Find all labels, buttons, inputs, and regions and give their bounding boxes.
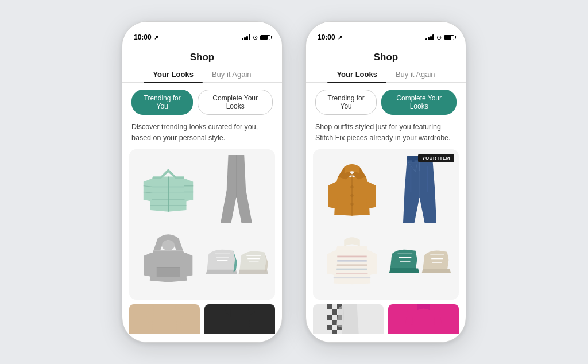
tabs-1: Your Looks Buy it Again [122,67,282,83]
battery-icon-1 [260,35,270,40]
peek-item-pink-sweater [388,304,459,334]
svg-point-19 [350,202,353,205]
status-icons-1: ⊙ [242,34,270,41]
filter-trending-1[interactable]: Trending for You [131,90,193,115]
outfit-item-camel-coat [319,155,385,224]
sneakers-beige-svg [388,238,451,281]
svg-rect-28 [334,273,370,274]
svg-rect-29 [334,277,370,278]
status-time-1: 10:00 ↗ [134,33,158,41]
outfit-item-jacket-mint [135,155,202,224]
status-bar-1: 10:00 ↗ ⊙ [122,22,282,47]
status-icons-2: ⊙ [425,34,454,41]
your-item-badge: YOUR ITEM [418,154,454,162]
tabs-2: Your Looks Buy it Again [306,67,466,83]
bottom-peek-2 [306,300,466,334]
svg-rect-42 [332,320,337,325]
filter-complete-2[interactable]: Complete Your Looks [381,90,457,115]
jeans-svg [403,155,436,224]
signal-icon-1 [242,34,250,40]
description-1: Discover trending looks curated for you,… [122,119,282,149]
outfit-grid-inner-1 [129,149,275,300]
svg-rect-26 [334,264,370,266]
phone-1-content: Shop Your Looks Buy it Again Trending fo… [122,47,282,342]
shop-title-1: Shop [122,52,282,63]
wifi-icon-2: ⊙ [436,34,442,41]
outfit-item-sneakers [203,225,269,294]
striped-sweater-svg [326,229,378,291]
outfit-grid-inner-2: YOUR ITEM [313,149,459,300]
peek-item-black [204,304,275,334]
phones-container: 10:00 ↗ ⊙ Shop [122,21,466,343]
bottom-peek-1 [122,300,282,334]
shop-title-2: Shop [306,52,466,63]
outfit-item-sneakers-beige [386,225,453,294]
svg-rect-43 [327,325,332,330]
tab-buy-again-2[interactable]: Buy it Again [386,67,444,82]
phone-2-content: Shop Your Looks Buy it Again Trending fo… [306,47,466,342]
camel-coat-svg [327,156,377,223]
jacket-mint-svg [142,158,194,221]
outfit-grid-1 [129,149,275,300]
tab-your-looks-1[interactable]: Your Looks [144,67,203,82]
outfit-grid-2: YOUR ITEM [313,149,459,300]
tab-buy-again-1[interactable]: Buy it Again [203,67,261,82]
svg-point-18 [350,193,353,196]
description-2: Shop outfits styled just for you featuri… [306,119,466,149]
svg-point-9 [162,239,175,250]
svg-rect-27 [334,268,370,270]
battery-icon-2 [444,35,454,40]
houndstooth-svg [313,304,384,334]
sneakers-svg [204,238,268,281]
filter-complete-1[interactable]: Complete Your Looks [198,90,273,115]
filter-buttons-2: Trending for You Complete Your Looks [306,83,466,119]
location-arrow-2: ↗ [338,34,342,41]
pink-sweater-svg [388,304,459,334]
outfit-item-jeans [386,155,453,224]
signal-icon-2 [425,34,434,40]
svg-rect-40 [327,315,332,320]
time-2: 10:00 [318,33,335,41]
peek-item-tan [129,304,200,334]
filter-buttons-1: Trending for You Complete Your Looks [122,83,282,119]
location-arrow-1: ↗ [154,34,158,41]
wifi-icon-1: ⊙ [253,34,258,41]
outfit-item-pants-gray [203,155,269,224]
svg-rect-24 [334,255,370,257]
svg-rect-37 [327,304,332,309]
shop-header-2: Shop Your Looks Buy it Again [306,47,466,83]
phone-2: 10:00 ↗ ⊙ Shop [305,21,466,343]
shop-header-1: Shop Your Looks Buy it Again [122,47,282,83]
svg-rect-39 [332,309,337,315]
svg-rect-25 [334,260,370,261]
tan-item-svg [129,304,200,334]
tab-your-looks-2[interactable]: Your Looks [327,67,386,82]
hoodie-svg [142,228,195,291]
svg-rect-21 [412,156,415,162]
outfit-item-hoodie [135,225,202,294]
svg-point-17 [350,185,353,188]
svg-rect-45 [332,330,337,334]
status-time-2: 10:00 ↗ [318,33,342,41]
pants-gray-svg [220,155,252,224]
phone-1: 10:00 ↗ ⊙ Shop [122,21,283,343]
peek-item-houndstooth [313,304,384,334]
filter-trending-2[interactable]: Trending for You [315,90,377,115]
status-bar-2: 10:00 ↗ ⊙ [306,22,466,47]
time-1: 10:00 [134,33,152,41]
outfit-item-striped-sweater [319,225,385,294]
black-item-svg [204,304,275,334]
